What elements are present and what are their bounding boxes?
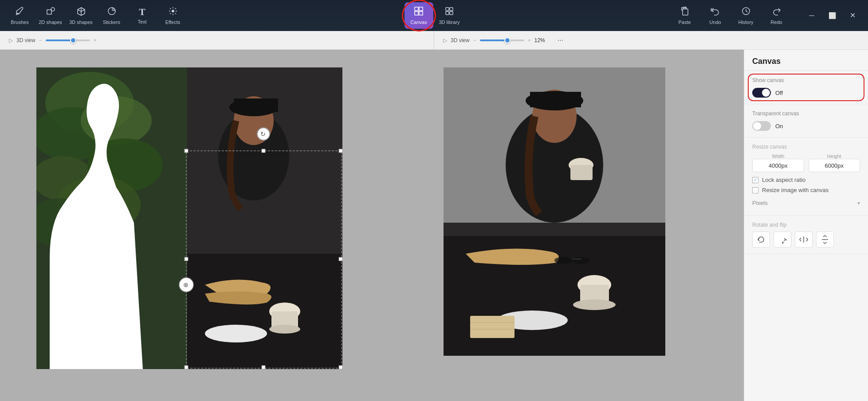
svg-rect-35 (185, 149, 188, 153)
svg-rect-38 (339, 257, 342, 261)
3d-library-label: 3D library (439, 20, 460, 25)
rotate-flip-section: Rotate and flip (744, 216, 868, 254)
panel-title: Canvas (744, 50, 868, 71)
tool-effects[interactable]: Effects (158, 2, 187, 29)
paste-label: Paste (678, 20, 691, 25)
svg-rect-13 (683, 9, 688, 15)
history-icon (741, 6, 751, 18)
rotate-flip-buttons (752, 232, 860, 248)
svg-rect-5 (415, 7, 418, 11)
text-icon: T (139, 6, 145, 18)
rotate-ccw-button[interactable] (752, 232, 770, 248)
show-canvas-toggle-label: Off (775, 90, 783, 96)
svg-rect-11 (446, 12, 449, 15)
height-input[interactable]: 6000px (809, 159, 860, 172)
svg-point-2 (51, 8, 55, 11)
redo-icon (772, 6, 782, 18)
svg-rect-10 (450, 8, 453, 11)
svg-rect-42 (185, 257, 188, 261)
show-canvas-toggle[interactable] (752, 88, 771, 98)
lock-aspect-label: Lock aspect ratio (762, 177, 805, 183)
left-zoom-slider[interactable] (46, 39, 90, 41)
show-canvas-section: Show canvas Off (744, 71, 868, 104)
left-view-section: ▷ 3D view − + (0, 31, 434, 49)
tool-history[interactable]: History (731, 2, 760, 29)
resize-canvas-label: Resize canvas (752, 144, 860, 150)
flip-horizontal-button[interactable] (795, 232, 813, 248)
top-toolbar: Brushes 2D shapes 3D shapes (0, 0, 868, 31)
plus-icon-right[interactable]: + (528, 37, 531, 43)
window-controls: ─ ⬜ ✕ (801, 8, 863, 23)
tool-2d-shapes[interactable]: 2D shapes (36, 2, 65, 29)
canvas-icon (414, 6, 424, 18)
left-3d-view-label: 3D view (16, 37, 35, 43)
flip-vertical-button[interactable] (816, 232, 834, 248)
tool-3d-library[interactable]: 3D library (435, 2, 464, 29)
redo-label: Redo (770, 20, 782, 25)
transparent-canvas-section: Transparent canvas On (744, 104, 868, 138)
tool-text[interactable]: T Text (128, 2, 157, 29)
tool-canvas[interactable]: Canvas (405, 2, 433, 29)
3d-library-icon (444, 6, 454, 18)
right-canvas-panel (379, 63, 731, 388)
tool-stickers[interactable]: Stickers (97, 2, 126, 29)
width-input[interactable]: 4000px (752, 159, 804, 172)
svg-point-32 (269, 325, 300, 334)
transparent-canvas-toggle[interactable] (752, 121, 771, 131)
height-label: Height (809, 153, 860, 159)
close-button[interactable]: ✕ (842, 8, 863, 23)
units-dropdown-row[interactable]: Pixels ▾ (752, 197, 860, 209)
svg-rect-12 (450, 12, 453, 15)
effects-icon (168, 6, 178, 18)
svg-point-63 (572, 257, 590, 264)
resize-with-canvas-checkbox[interactable] (752, 187, 758, 193)
minus-icon-left[interactable]: − (39, 37, 42, 43)
main-area: ↻ ⊕ (0, 50, 868, 401)
minimize-button[interactable]: ─ (801, 8, 822, 23)
canvas-label: Canvas (410, 20, 427, 25)
svg-rect-54 (530, 92, 581, 107)
lock-aspect-checkbox[interactable] (752, 177, 758, 183)
zoom-percent: 12% (534, 37, 552, 43)
tool-redo[interactable]: Redo (762, 2, 791, 29)
tool-undo[interactable]: Undo (701, 2, 730, 29)
right-photo (444, 67, 665, 356)
undo-label: Undo (709, 20, 721, 25)
tool-3d-shapes[interactable]: 3D shapes (67, 2, 95, 29)
right-panel: Canvas Show canvas Off Transparent canva… (744, 50, 868, 401)
svg-rect-39 (339, 366, 342, 369)
svg-rect-65 (470, 316, 515, 338)
rotate-flip-label: Rotate and flip (752, 222, 860, 228)
maximize-button[interactable]: ⬜ (822, 8, 842, 23)
right-nav-arrow: ▷ (443, 37, 447, 43)
svg-rect-41 (185, 366, 188, 369)
toolbar-left: Brushes 2D shapes 3D shapes (5, 2, 405, 29)
plus-icon-left[interactable]: + (94, 37, 97, 43)
tool-brushes[interactable]: Brushes (5, 2, 34, 29)
transparent-canvas-label: Transparent canvas (752, 110, 860, 117)
text-label: Text (137, 19, 146, 24)
three-dots-menu[interactable]: ··· (556, 36, 565, 44)
svg-rect-9 (446, 8, 449, 11)
svg-point-62 (554, 257, 572, 264)
resize-with-canvas-label: Resize image with canvas (762, 187, 829, 193)
3d-shapes-icon (76, 6, 86, 18)
right-zoom-slider[interactable] (480, 39, 524, 41)
brushes-icon (15, 6, 25, 18)
svg-rect-7 (415, 12, 418, 15)
dimension-inputs: Width 4000px Height 6000px (752, 153, 860, 172)
svg-rect-8 (419, 12, 423, 15)
rotate-cw-button[interactable] (774, 232, 791, 248)
svg-text:⊕: ⊕ (183, 281, 189, 288)
svg-rect-37 (339, 149, 342, 153)
tool-paste[interactable]: Paste (670, 2, 699, 29)
left-photo: ↻ ⊕ (36, 67, 342, 369)
canvas-area: ↻ ⊕ (0, 50, 744, 401)
svg-point-60 (573, 299, 616, 310)
svg-point-0 (17, 13, 19, 15)
svg-rect-6 (419, 7, 423, 11)
svg-rect-56 (570, 165, 593, 180)
left-nav-arrow: ▷ (9, 37, 13, 43)
minus-icon-right[interactable]: − (473, 37, 476, 43)
2d-shapes-icon (46, 6, 55, 18)
